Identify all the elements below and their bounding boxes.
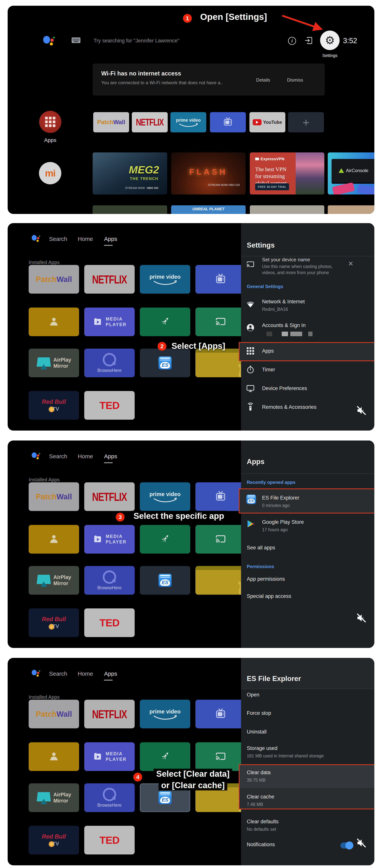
app-tile-red-bull-tv[interactable]: Red BullTV <box>29 391 79 420</box>
app-tile-browsehere[interactable]: BrowseHere <box>84 783 135 812</box>
device-name-card-title[interactable]: Set your device name <box>262 257 310 262</box>
app-tile-prime-video[interactable]: prime video <box>170 112 206 132</box>
search-input[interactable]: Try searching for "Jennifer Lawrence" <box>94 38 179 44</box>
rocket-icon <box>159 533 171 546</box>
divider <box>241 256 374 256</box>
app-tile-netflix[interactable]: NETFLIX <box>84 482 135 511</box>
notifications-item[interactable]: Notifications <box>247 842 275 847</box>
content-thumb[interactable] <box>328 205 374 214</box>
app-tile-yellow-app[interactable] <box>195 349 246 377</box>
poster-expressvpn[interactable]: ExpressVPN The best VPN for streaming gl… <box>250 152 324 194</box>
app-tile-rocket[interactable] <box>140 525 190 554</box>
app-detail-sidebar: ES File Explorer Open Force stop Uninsta… <box>241 658 374 865</box>
app-tile-media-player[interactable]: MEDIAPLAYER <box>84 525 135 554</box>
content-thumb[interactable]: UNREAL PLANET <box>171 205 246 214</box>
app-tile-netflix[interactable]: NETFLIX <box>132 112 168 132</box>
device-name-card-line2: videos, and more from your phone <box>262 270 329 275</box>
app-tile-patchwall[interactable]: PatchWall <box>93 112 129 132</box>
app-tile-media-player[interactable]: MEDIAPLAYER <box>84 742 135 771</box>
force-stop-button[interactable]: Force stop <box>247 710 271 716</box>
app-tile-yellow-app[interactable] <box>195 566 246 595</box>
sidebar-item-device-preferences[interactable]: Device Preferences <box>262 385 307 392</box>
app-tile-ted[interactable]: TED <box>84 826 135 855</box>
app-tile-es-file-explorer[interactable]: ES <box>140 349 190 377</box>
keyboard-icon[interactable] <box>71 37 81 43</box>
app-tile-cast-app[interactable] <box>195 525 246 554</box>
clock: 3:52 <box>343 37 357 45</box>
app-tile-prime-video[interactable]: prime video <box>140 482 190 511</box>
app-tile-gallery[interactable] <box>29 308 79 336</box>
poster-the-flash[interactable]: FLASH STREAM NOW HBO GO <box>171 152 246 194</box>
app-tile-cast-app[interactable] <box>195 308 246 336</box>
app-tile-browsehere[interactable]: BrowseHere <box>84 349 135 377</box>
app-tile-netflix[interactable]: NETFLIX <box>84 265 135 293</box>
app-tile-mi-tv[interactable] <box>210 112 246 132</box>
app-tile-patchwall[interactable]: PatchWall <box>29 482 79 511</box>
sidebar-item-network[interactable]: Network & Internet <box>262 299 305 305</box>
mi-logo[interactable]: mi <box>39 162 61 184</box>
dismiss-button[interactable]: Dismiss <box>285 76 305 84</box>
app-tile-red-bull-tv[interactable]: Red BullTV <box>29 826 79 855</box>
app-tile-gallery[interactable] <box>29 525 79 554</box>
app-tile-ted[interactable]: TED <box>84 609 135 637</box>
sidebar-item-timer[interactable]: Timer <box>262 367 275 373</box>
app-tile-youtube[interactable]: YouTube <box>250 112 285 132</box>
poster-meg2[interactable]: MEG2 THE TRENCH STREAM NOWHBO GO <box>93 152 167 194</box>
app-tile-prime-video[interactable]: prime video <box>140 700 190 728</box>
list-item-es-file-explorer[interactable]: ES File Explorer <box>262 495 299 501</box>
storage-used-item[interactable]: Storage used <box>247 745 278 751</box>
close-icon[interactable]: ✕ <box>348 260 354 268</box>
step-4-text-block: Select [Clear data] or [Clear cache] <box>148 769 238 790</box>
google-assistant-icon[interactable] <box>43 35 55 46</box>
app-tile-red-bull-tv[interactable]: Red BullTV <box>29 609 79 637</box>
app-tile-mi-tv[interactable] <box>195 265 246 293</box>
clear-data-button[interactable]: Clear data <box>247 770 270 776</box>
details-button[interactable]: Details <box>254 76 272 84</box>
cast-icon <box>215 316 226 328</box>
see-all-apps-button[interactable]: See all apps <box>247 545 275 551</box>
clear-defaults-button[interactable]: Clear defaults <box>247 819 279 825</box>
content-thumb[interactable] <box>250 205 324 214</box>
app-tile-netflix[interactable]: NETFLIX <box>84 700 135 728</box>
open-button[interactable]: Open <box>247 692 259 698</box>
app-tile-cast-app[interactable] <box>195 742 246 771</box>
app-tile-airplay-mirror[interactable]: AirPlayMirror <box>29 566 79 595</box>
app-tile-rocket[interactable] <box>140 742 190 771</box>
permissions-header: Permissions <box>247 564 274 569</box>
clear-cache-button[interactable]: Clear cache <box>247 794 274 800</box>
app-tile-prime-video[interactable]: prime video <box>140 265 190 293</box>
play-last-opened: 17 hours ago <box>262 527 288 532</box>
poster-airconsole[interactable]: AirConsole <box>328 152 374 194</box>
sidebar-item-accounts[interactable]: Accounts & Sign In <box>262 322 306 329</box>
app-tile-mi-tv[interactable] <box>195 482 246 511</box>
app-tile-airplay-mirror[interactable]: AirPlayMirror <box>29 783 79 812</box>
special-app-access-button[interactable]: Special app access <box>247 593 291 599</box>
es-file-explorer-icon: ES <box>246 495 256 504</box>
app-tile-rocket[interactable] <box>140 308 190 336</box>
app-permissions-button[interactable]: App permissions <box>247 576 285 582</box>
sidebar-item-remotes[interactable]: Remotes & Accessories <box>262 404 317 410</box>
app-tile-gallery[interactable] <box>29 742 79 771</box>
app-tile-patchwall[interactable]: PatchWall <box>29 265 79 293</box>
info-icon[interactable]: i <box>288 37 296 45</box>
settings-button[interactable]: ⚙ <box>320 31 340 50</box>
apps-launcher-button[interactable] <box>39 111 61 133</box>
cast-icon <box>246 260 255 269</box>
free-trial-button[interactable]: FREE 30-DAY TRIAL <box>255 183 289 190</box>
uninstall-button[interactable]: Uninstall <box>247 729 267 735</box>
app-tile-airplay-mirror[interactable]: AirPlayMirror <box>29 349 79 377</box>
list-item-google-play-store[interactable]: Google Play Store <box>262 519 304 525</box>
input-source-icon[interactable] <box>305 36 313 45</box>
app-tile-es-file-explorer[interactable]: ES <box>140 566 190 595</box>
add-app-tile[interactable]: + <box>288 112 324 132</box>
sidebar-item-apps[interactable]: Apps <box>262 348 274 354</box>
wifi-notification: Wi-Fi has no internet access You are con… <box>93 64 325 95</box>
app-tile-ted[interactable]: TED <box>84 391 135 420</box>
app-tile-browsehere[interactable]: BrowseHere <box>84 566 135 595</box>
timer-icon <box>246 365 255 374</box>
app-tile-patchwall[interactable]: PatchWall <box>29 700 79 728</box>
content-thumb[interactable] <box>93 205 167 214</box>
app-tile-media-player[interactable]: MEDIAPLAYER <box>84 308 135 336</box>
app-tile-mi-tv[interactable] <box>195 700 246 728</box>
notifications-toggle[interactable] <box>340 842 353 848</box>
